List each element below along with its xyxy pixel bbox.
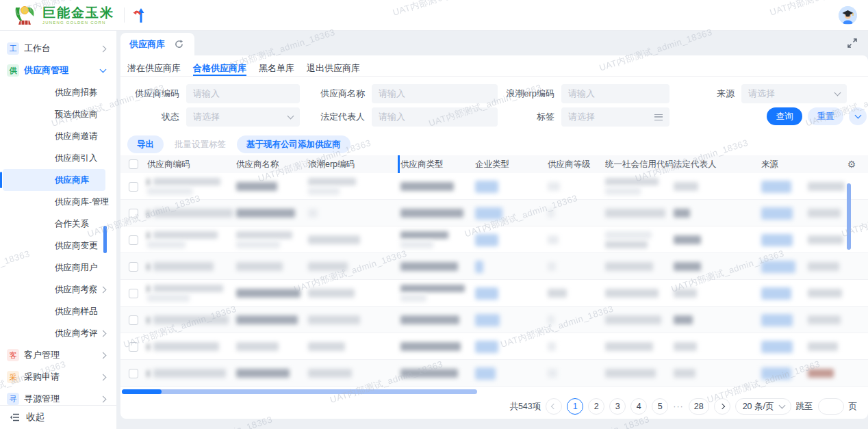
sidebar-item-sourcing-mgmt[interactable]: 寻寻源管理 [0,388,116,405]
row-checkbox[interactable] [129,315,138,325]
sidebar-item-label: 供应商库 [55,174,89,186]
jump-page-input[interactable] [818,398,844,415]
subtab-potential[interactable]: 潜在供应商库 [127,62,181,76]
gear-icon[interactable]: ⚙ [847,159,856,170]
page-button-1[interactable]: 1 [567,398,583,415]
redacted-block [400,315,459,324]
sidebar-item-supplier-library-mgmt[interactable]: 供应商库-管理 [0,191,116,213]
sidebar-item-label: 合作关系 [55,218,89,230]
table-vertical-scrollbar[interactable] [847,183,851,250]
row-checkbox[interactable] [129,289,138,298]
pagination-ellipsis[interactable]: ··· [673,402,684,411]
row-checkbox[interactable] [129,182,138,192]
supplier-name-input[interactable]: 请输入 [372,84,498,103]
subtab-blacklist[interactable]: 黑名单库 [259,62,294,76]
redacted-block [761,207,793,220]
redacted-line [236,231,308,239]
redacted-block [147,294,190,302]
refresh-icon[interactable] [175,40,183,49]
add-supplier-from-company-button[interactable]: 基于现有公司添加供应商 [237,135,350,153]
redacted-line [605,231,674,239]
reset-button[interactable]: 重置 [808,107,843,125]
sidebar-item-cooperation[interactable]: 合作关系 [0,213,116,235]
page-button-28[interactable]: 28 [689,398,709,415]
sidebar-item-supplier-intro[interactable]: 供应商引入 [0,147,116,169]
redacted-block [605,342,653,351]
redacted-line [400,369,475,378]
redacted-block [153,231,218,239]
sidebar-item-purchase-request[interactable]: 采采购申请 [0,366,116,388]
sidebar-item-customer-mgmt[interactable]: 客客户管理 [0,344,116,366]
page-button-5[interactable]: 5 [652,398,668,415]
pagination: 共543项12345···2820 条/页跳至页 [509,398,857,415]
cell-type [400,253,475,280]
sidebar-item-supplier-review[interactable]: 供应商考评 [0,322,116,344]
row-checkbox[interactable] [129,262,138,272]
redacted-block [308,209,318,218]
table-horizontal-scrollbar-thumb[interactable] [122,389,162,394]
batch-tag-button[interactable]: 批量设置标签 [172,135,229,153]
redacted-line [605,289,674,298]
table-row [120,360,868,387]
row-checkbox[interactable] [129,235,138,245]
redacted-block [236,262,283,271]
row-checkbox[interactable] [129,342,138,352]
redacted-line [147,178,236,185]
redacted-block [475,367,496,380]
table-row [120,200,868,226]
redacted-block [308,369,352,378]
redacted-block [308,315,360,324]
sidebar-item-supplier-invite[interactable]: 供应商邀请 [0,125,116,147]
subtab-exited[interactable]: 退出供应商库 [307,62,360,76]
fullscreen-icon[interactable] [847,38,857,48]
search-button[interactable]: 查询 [767,107,802,125]
nav-arrows-icon[interactable] [131,6,148,24]
previous-page-button[interactable] [546,398,562,415]
sidebar-item-supplier-change[interactable]: 供应商变更 [0,235,116,257]
next-page-button[interactable] [714,398,730,415]
sidebar-item-supplier-recruit[interactable]: 供应商招募 [0,81,116,103]
redacted-line [236,209,308,218]
redacted-block [761,261,795,273]
sidebar-item-label: 采购申请 [24,371,60,383]
select-all-checkbox[interactable] [129,159,138,169]
legal-rep-input[interactable]: 请输入 [372,107,498,127]
expand-filters-button[interactable] [849,107,867,125]
table-horizontal-scrollbar[interactable] [122,389,477,394]
page-size-select[interactable]: 20 条/页 [735,398,791,415]
page-button-4[interactable]: 4 [630,398,647,415]
source-select[interactable]: 请选择 [741,84,847,103]
supplier-code-input[interactable]: 请输入 [186,84,300,103]
redacted-line [674,235,761,244]
page-button-2[interactable]: 2 [588,398,604,415]
redacted-line [236,241,308,248]
status-select[interactable]: 请选择 [186,107,300,127]
cell-grade [548,200,605,226]
row-checkbox[interactable] [129,369,138,378]
table-row [120,253,868,280]
redacted-block [808,235,843,244]
sidebar-item-supplier-library[interactable]: 供应商库 [3,169,105,191]
redacted-block [475,207,502,220]
tab-supplier-library[interactable]: 供应商库 [120,33,194,55]
column-header-erp: 浪潮erp编码 [308,155,400,173]
sidebar-item-workbench[interactable]: 工工作台 [0,38,116,60]
sidebar-item-preselect-supplier[interactable]: 预选供应商 [0,103,116,125]
row-checkbox[interactable] [129,209,138,218]
erp-code-input[interactable]: 请输入 [561,84,669,103]
cell-grade [548,253,605,280]
export-button[interactable]: 导出 [127,135,164,153]
redacted-line [147,241,236,248]
tags-select[interactable]: 请选择 [561,107,669,127]
sidebar-item-supplier-user[interactable]: 供应商用户 [0,257,116,278]
sidebar-item-supplier-inspect[interactable]: 供应商考察 [0,278,116,300]
collapse-button[interactable]: 收起 [0,405,116,429]
sidebar-scrollbar-thumb[interactable] [103,226,107,253]
user-avatar[interactable] [839,6,857,25]
cell-credit [605,307,674,333]
subtab-qualified[interactable]: 合格供应商库 [193,62,246,76]
page-button-3[interactable]: 3 [609,398,626,415]
sidebar-item-supplier-sample[interactable]: 供应商样品 [0,300,116,322]
cell-erp [308,307,400,333]
sidebar-item-supplier-mgmt[interactable]: 供供应商管理 [0,60,116,81]
